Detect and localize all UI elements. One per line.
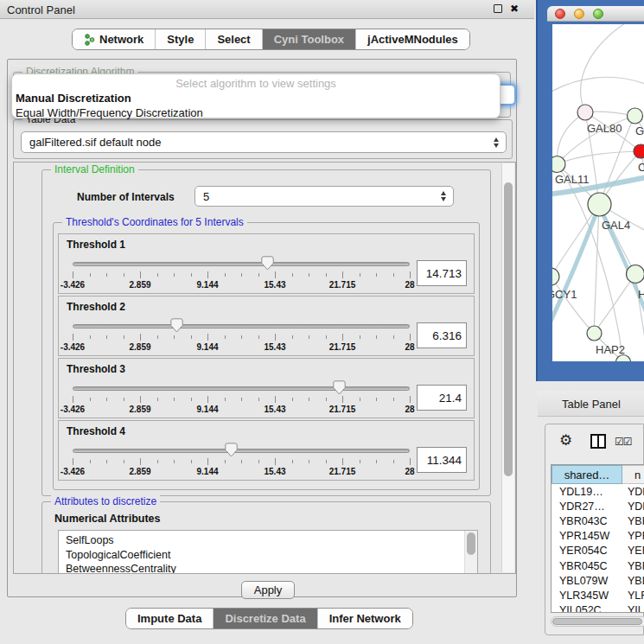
slider-track[interactable]: [73, 449, 410, 453]
network-window-titlebar: [547, 6, 644, 22]
threshold-slider[interactable]: -3.4262.8599.14415.4321.71528: [73, 317, 410, 354]
number-of-intervals-combobox[interactable]: 5: [194, 186, 454, 207]
slider-ticks: [73, 271, 410, 279]
tab-discretize-data-label: Discretize Data: [225, 612, 305, 625]
threshold-label: Threshold 4: [67, 425, 125, 437]
columns-icon[interactable]: [590, 434, 606, 449]
network-node-gal4[interactable]: [588, 193, 611, 216]
network-node-h[interactable]: [627, 265, 644, 284]
network-edge-highlighted[interactable]: [552, 206, 599, 328]
network-edge[interactable]: [557, 151, 641, 164]
tab-infer-network[interactable]: Infer Network: [318, 609, 412, 628]
table-row[interactable]: YBR045CYBR0: [552, 558, 644, 573]
table-row[interactable]: YIL052CYIL0: [552, 603, 644, 614]
threshold-value-field[interactable]: 11.344: [417, 447, 467, 473]
network-node-label: HAP2: [596, 343, 625, 356]
tab-impute-data[interactable]: Impute Data: [126, 609, 214, 628]
network-node-label: H: [638, 288, 644, 301]
table-row[interactable]: YDR27…YDR2: [552, 499, 644, 513]
cell-name: YLR3: [622, 588, 644, 603]
table-row[interactable]: YDL19…YDL1: [552, 484, 644, 499]
threshold-value-field[interactable]: 21.4: [417, 385, 467, 411]
table-row[interactable]: YLR345WYLR3: [552, 588, 644, 603]
tab-select-label: Select: [217, 33, 250, 46]
checkboxes-icon[interactable]: ☑☑: [615, 436, 632, 448]
network-node-gal80[interactable]: [577, 105, 593, 120]
column-header-name[interactable]: n: [622, 465, 644, 484]
slider-thumb[interactable]: [333, 380, 346, 395]
column-header-shared-name[interactable]: shared…: [552, 465, 622, 484]
mac-close-button[interactable]: [555, 9, 565, 19]
network-node-ga[interactable]: [628, 108, 643, 124]
table-horizontal-scrollbar[interactable]: [551, 616, 644, 627]
tab-style[interactable]: Style: [156, 29, 206, 49]
algorithm-dropdown-popup: Select algorithm to view settings Manual…: [11, 73, 501, 118]
network-edge[interactable]: [552, 77, 644, 93]
threshold-slider[interactable]: -3.4262.8599.14415.4321.71528: [73, 379, 410, 416]
network-edge[interactable]: [581, 24, 630, 112]
attributes-scrollbar[interactable]: [464, 531, 477, 574]
table-panel-window: ⚙ ☑☑ shared… n YDL19…YDL1YDR27…YDR2YBR04…: [545, 424, 644, 635]
top-tabstrip: Network Style Select Cyni Toolbox jActiv…: [72, 29, 470, 50]
float-window-icon[interactable]: [494, 4, 502, 13]
tab-cyni-toolbox-label: Cyni Toolbox: [274, 33, 344, 46]
attribute-item[interactable]: SelfLoops: [66, 533, 477, 548]
attribute-item[interactable]: TopologicalCoefficient: [66, 548, 477, 563]
tab-select[interactable]: Select: [206, 29, 262, 49]
network-node-label: GAL4: [602, 219, 630, 232]
network-canvas[interactable]: GAL80GACGAL11GAL4HGCY1HAP2: [552, 24, 644, 361]
close-icon[interactable]: ✖: [510, 3, 519, 14]
dropdown-option-equal-width-frequency[interactable]: Equal Width/Frequency Discretization: [12, 105, 500, 120]
network-node-gcy1[interactable]: [552, 268, 559, 285]
slider-track[interactable]: [73, 386, 410, 391]
cell-shared-name: YBR045C: [552, 558, 622, 573]
table-row[interactable]: YER054CYER0: [552, 544, 644, 558]
panel-title: Control Panel: [7, 3, 75, 16]
attribute-item[interactable]: BetweennessCentrality: [66, 562, 477, 574]
network-node-c[interactable]: [634, 144, 644, 158]
tab-jactivemnodules[interactable]: jActiveMNodules: [356, 29, 469, 49]
cell-name: YBL0: [622, 573, 644, 588]
mac-zoom-button[interactable]: [593, 9, 603, 19]
mac-minimize-button[interactable]: [574, 9, 584, 19]
slider-thumb[interactable]: [225, 443, 238, 457]
threshold-value-field[interactable]: 14.713: [417, 260, 467, 286]
network-icon: [84, 34, 95, 46]
settings-scrollbar[interactable]: [501, 163, 514, 572]
table-row[interactable]: YBR043CYBR0: [552, 513, 644, 528]
tab-network[interactable]: Network: [73, 29, 156, 49]
slider-thumb[interactable]: [261, 256, 274, 271]
tab-cyni-toolbox[interactable]: Cyni Toolbox: [263, 29, 356, 49]
cell-name: YER0: [622, 544, 644, 558]
cell-name: YBR0: [622, 558, 644, 573]
network-node-hap2[interactable]: [587, 326, 602, 341]
threshold-value-field[interactable]: 6.316: [417, 322, 467, 348]
apply-button[interactable]: Apply: [241, 581, 295, 599]
table-row[interactable]: YBL079WYBL0: [552, 573, 644, 588]
network-node-gal11[interactable]: [552, 156, 565, 173]
table-horizontal-scrollbar-thumb[interactable]: [552, 618, 642, 625]
dropdown-option-manual-discretization[interactable]: Manual Discretization: [12, 91, 500, 105]
network-edge[interactable]: [594, 274, 635, 333]
slider-track[interactable]: [73, 324, 410, 328]
combo-stepper-icon: [494, 137, 499, 148]
settings-scrollbar-thumb[interactable]: [504, 182, 513, 476]
numerical-attributes-list[interactable]: SelfLoopsTopologicalCoefficientBetweenne…: [58, 530, 478, 574]
table-row[interactable]: YPR145WYPR1: [552, 529, 644, 544]
combo-stepper-icon: [441, 191, 446, 201]
attributes-scrollbar-thumb[interactable]: [467, 532, 475, 555]
table-panel-title: Table Panel: [562, 398, 621, 411]
interval-definition-group-title: Interval Definition: [51, 163, 138, 175]
threshold-label: Threshold 2: [67, 301, 125, 313]
cell-name: YBR0: [622, 513, 644, 528]
threshold-slider[interactable]: -3.4262.8599.14415.4321.71528: [73, 442, 410, 478]
slider-thumb[interactable]: [170, 318, 183, 333]
slider-track[interactable]: [73, 262, 410, 266]
table-data-combobox[interactable]: galFiltered.sif default node: [21, 131, 507, 153]
tab-network-label: Network: [99, 33, 143, 46]
threshold-slider[interactable]: -3.4262.8599.14415.4321.71528: [73, 255, 410, 291]
gear-icon[interactable]: ⚙: [559, 431, 572, 450]
network-node-label: GAL80: [587, 122, 622, 135]
tab-discretize-data[interactable]: Discretize Data: [214, 609, 317, 628]
table-data-selected-value: galFiltered.sif default node: [29, 136, 161, 149]
